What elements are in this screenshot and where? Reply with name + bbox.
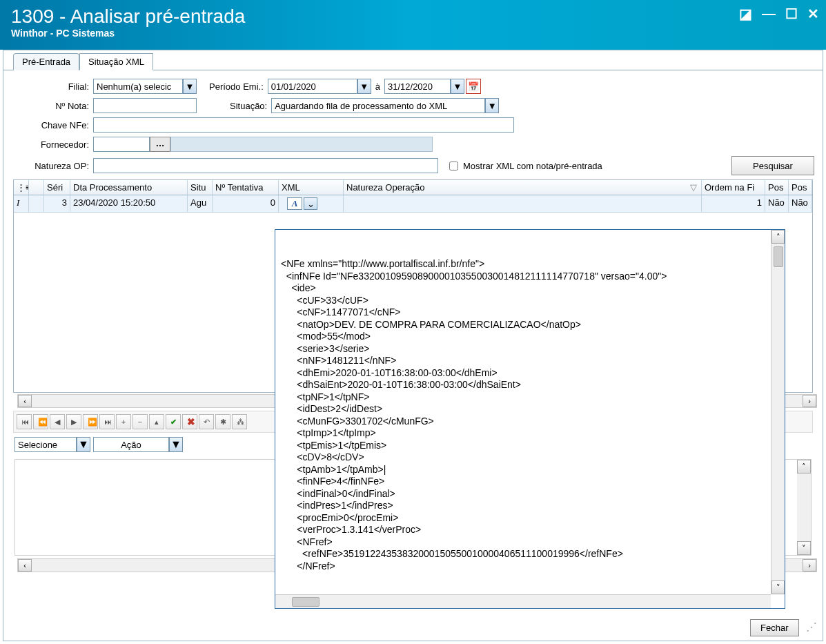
- situacao-dropdown-icon[interactable]: ▼: [485, 98, 499, 113]
- mostrar-xml-checkbox[interactable]: [449, 162, 458, 170]
- xml-vscroll-thumb[interactable]: [774, 246, 783, 267]
- nav-next-button[interactable]: ▶: [66, 414, 81, 429]
- fornecedor-lookup-button[interactable]: …: [150, 137, 170, 152]
- col-sit[interactable]: Situ: [188, 180, 213, 195]
- periodo-label: Período Emi.:: [209, 81, 264, 92]
- col-ordem[interactable]: Ordem na Fi: [702, 180, 765, 195]
- xml-content[interactable]: <NFe xmlns="http://www.portalfiscal.inf.…: [281, 258, 764, 609]
- nota-label: Nº Nota:: [12, 101, 89, 111]
- col-pos1[interactable]: Pos: [765, 180, 789, 195]
- xml-cell[interactable]: A ⌄: [279, 195, 344, 212]
- close-icon[interactable]: ✕: [807, 6, 819, 22]
- resize-grip-icon[interactable]: ⋰: [806, 621, 817, 633]
- fornecedor-code-field[interactable]: [93, 137, 150, 152]
- nav-last-button[interactable]: ⏭: [99, 414, 115, 429]
- xml-hscrollbar[interactable]: ‹ ›: [275, 594, 771, 608]
- filial-dropdown-icon[interactable]: ▼: [183, 79, 197, 94]
- nav-remove-button[interactable]: −: [132, 414, 148, 429]
- text-icon: A: [287, 197, 302, 210]
- scroll-up-icon[interactable]: ˄: [797, 460, 811, 474]
- nav-confirm-button[interactable]: ✔: [166, 414, 181, 429]
- table-row[interactable]: I 3 23/04/2020 15:20:50 Agu 0 A ⌄ 1 Não …: [14, 195, 812, 213]
- pesquisar-button[interactable]: Pesquisar: [731, 156, 814, 175]
- filial-label: Filial:: [12, 81, 89, 92]
- hscroll2-right-icon[interactable]: ›: [803, 559, 816, 572]
- xml-scroll-up-icon[interactable]: ˄: [771, 230, 785, 244]
- periodo-end-dropdown-icon[interactable]: ▼: [451, 79, 464, 94]
- natureza-label: Natureza OP:: [12, 161, 89, 171]
- nav-prev-button[interactable]: ◀: [50, 414, 65, 429]
- scroll-down-icon[interactable]: ˅: [797, 541, 811, 555]
- nav-first-button[interactable]: ⏮: [17, 414, 32, 429]
- nav-next-page-button[interactable]: ⏩: [83, 414, 98, 429]
- chave-label: Chave NFe:: [12, 120, 89, 130]
- periodo-end-field[interactable]: [384, 79, 451, 94]
- title-bar: 1309 - Analisar pré-entrada Winthor - PC…: [0, 0, 826, 50]
- filial-field[interactable]: [93, 79, 183, 94]
- col-natureza[interactable]: Natureza Operação ▽: [344, 180, 702, 195]
- grid-header: ⋮≡ Séri Dta Processamento Situ Nº Tentat…: [14, 180, 812, 195]
- calendar-icon[interactable]: 📅: [466, 79, 481, 94]
- nav-prev-page-button[interactable]: ⏪: [33, 414, 48, 429]
- hscroll-left-icon[interactable]: ‹: [18, 395, 32, 407]
- col-dta[interactable]: Dta Processamento: [70, 180, 188, 195]
- selecione-dropdown-icon[interactable]: ▼: [77, 437, 90, 452]
- natureza-field[interactable]: [93, 158, 438, 173]
- col-pos2[interactable]: Pos: [789, 180, 812, 195]
- mostrar-xml-label: Mostrar XML com nota/pré-entrada: [463, 161, 602, 171]
- situacao-label: Situação:: [230, 101, 267, 111]
- tab-pre-entrada[interactable]: Pré-Entrada: [13, 53, 79, 70]
- col-tentativa[interactable]: Nº Tentativa: [213, 180, 279, 195]
- col-xml[interactable]: XML: [279, 180, 344, 195]
- situacao-field[interactable]: [271, 98, 485, 113]
- hscroll-right-icon[interactable]: ›: [803, 395, 816, 407]
- periodo-start-field[interactable]: [268, 79, 357, 94]
- col-serie[interactable]: Séri: [44, 180, 70, 195]
- fornecedor-name-display: [170, 137, 433, 152]
- xml-scroll-down-icon[interactable]: ˅: [771, 580, 785, 594]
- tab-situacao-xml[interactable]: Situação XML: [79, 53, 153, 70]
- xml-hscroll-thumb[interactable]: [292, 597, 319, 607]
- xml-dropdown-icon[interactable]: ⌄: [304, 197, 317, 210]
- sort-icon[interactable]: ▽: [690, 182, 697, 193]
- nav-filter-button[interactable]: ⁂: [232, 414, 247, 429]
- maximize-icon[interactable]: ☐: [785, 6, 798, 22]
- periodo-start-dropdown-icon[interactable]: ▼: [357, 79, 371, 94]
- detail-scrollbar[interactable]: ˄ ˅: [797, 460, 811, 555]
- window-help-icon[interactable]: ◪: [739, 6, 752, 22]
- col-blank[interactable]: [29, 180, 44, 195]
- xml-vscrollbar[interactable]: ˄ ˅: [771, 230, 785, 594]
- nav-cancel-button[interactable]: ✖: [182, 414, 197, 429]
- acao-dropdown-icon[interactable]: ▼: [169, 437, 183, 452]
- fornecedor-label: Fornecedor:: [12, 139, 89, 150]
- acao-combo[interactable]: [93, 437, 169, 452]
- nav-edit-button[interactable]: ▴: [149, 414, 164, 429]
- col-indicator[interactable]: ⋮≡: [14, 180, 29, 195]
- window-subtitle: Winthor - PC Sistemas: [11, 28, 815, 39]
- periodo-separator: à: [375, 81, 380, 92]
- selecione-combo[interactable]: [14, 437, 77, 452]
- nav-refresh-button[interactable]: ↶: [199, 414, 214, 429]
- xml-viewer-popup: <NFe xmlns="http://www.portalfiscal.inf.…: [275, 229, 785, 609]
- chave-field[interactable]: [93, 117, 514, 133]
- nota-field[interactable]: [93, 98, 197, 113]
- fechar-button[interactable]: Fechar: [750, 619, 798, 636]
- minimize-icon[interactable]: —: [762, 6, 776, 22]
- hscroll2-left-icon[interactable]: ‹: [18, 559, 32, 572]
- nav-bookmark-button[interactable]: ✱: [215, 414, 230, 429]
- window-title: 1309 - Analisar pré-entrada: [11, 6, 815, 28]
- nav-add-button[interactable]: +: [116, 414, 131, 429]
